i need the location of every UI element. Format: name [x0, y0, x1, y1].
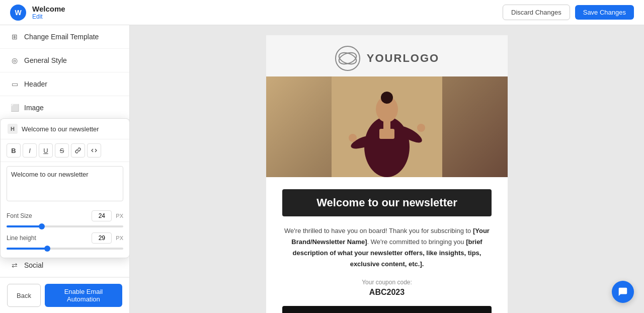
app-edit-link[interactable]: Edit — [32, 13, 65, 20]
social-icon: ⇄ — [10, 261, 19, 270]
line-height-fill — [7, 248, 47, 250]
code-button[interactable] — [87, 143, 101, 158]
app-logo: W — [10, 5, 26, 21]
svg-point-9 — [349, 134, 357, 142]
editor-panel-heading: Welcome to our newsletter — [22, 125, 99, 133]
sidebar-item-header[interactable]: ▭ Header — [0, 72, 129, 96]
image-icon: ⬜ — [10, 103, 19, 112]
font-size-unit: PX — [116, 213, 123, 219]
sidebar-label-header: Header — [24, 80, 47, 88]
underline-button[interactable]: U — [39, 143, 53, 158]
svg-rect-11 — [383, 121, 390, 129]
email-content: Welcome to our newsletter We're thrilled… — [266, 177, 508, 313]
email-body-text: We're thrilled to have you on board! Tha… — [282, 225, 492, 270]
enable-automation-button[interactable]: Enable Email Automation — [45, 284, 122, 307]
editor-text-input[interactable]: Welcome to our newsletter — [7, 166, 123, 201]
coupon-code-value: ABC2023 — [282, 288, 492, 297]
editor-panel: H Welcome to our newsletter B I U S Welc… — [0, 118, 130, 258]
line-height-label: Line height — [7, 234, 88, 242]
logo-icon — [335, 45, 361, 71]
link-button[interactable] — [71, 143, 85, 158]
svg-point-10 — [417, 124, 425, 132]
font-size-row: Font Size PX — [1, 207, 129, 224]
sidebar-item-change-email-template[interactable]: ⊞ Change Email Template — [0, 25, 129, 49]
bold-button[interactable]: B — [7, 143, 21, 158]
font-size-track[interactable] — [7, 225, 123, 227]
editor-toolbar: B I U S — [1, 139, 129, 162]
sidebar-label-general-style: General Style — [24, 56, 67, 64]
sidebar: ⊞ Change Email Template ◎ General Style … — [0, 25, 130, 313]
sidebar-item-image[interactable]: ⬜ Image — [0, 96, 129, 120]
topbar-right: Discard Changes Save Changes — [503, 5, 634, 20]
heading-badge: H — [8, 124, 18, 134]
sidebar-item-general-style[interactable]: ◎ General Style — [0, 49, 129, 72]
font-size-fill — [7, 225, 42, 227]
app-title-group: Welcome Edit — [32, 5, 65, 20]
font-size-thumb[interactable] — [39, 223, 45, 229]
line-height-row: Line height PX — [1, 229, 129, 247]
template-icon: ⊞ — [10, 32, 19, 41]
font-size-input[interactable] — [92, 210, 112, 221]
line-height-thumb[interactable] — [44, 246, 50, 252]
chat-icon — [617, 286, 628, 297]
hero-figure — [332, 76, 442, 177]
svg-rect-12 — [379, 129, 394, 139]
app-title: Welcome — [32, 5, 65, 13]
style-icon: ◎ — [10, 56, 19, 65]
logo-text: YOURLOGO — [367, 52, 439, 65]
sidebar-label-change-email-template: Change Email Template — [24, 33, 99, 41]
editor-textarea-wrap: Welcome to our newsletter — [1, 162, 129, 207]
discard-changes-button[interactable]: Discard Changes — [503, 5, 570, 20]
header-icon: ▭ — [10, 80, 19, 89]
italic-button[interactable]: I — [23, 143, 37, 158]
font-size-label: Font Size — [7, 212, 88, 219]
chat-bubble[interactable] — [612, 281, 634, 303]
font-size-slider-wrap — [1, 225, 129, 229]
coupon-label: Your coupon code: — [282, 279, 492, 286]
email-headline: Welcome to our newsletter — [282, 189, 492, 216]
line-height-input[interactable] — [92, 232, 112, 244]
strikethrough-button[interactable]: S — [55, 143, 69, 158]
main-layout: ⊞ Change Email Template ◎ General Style … — [0, 25, 644, 313]
email-logo-bar: YOURLOGO — [266, 35, 508, 76]
topbar-left: W Welcome Edit — [10, 5, 65, 21]
line-height-slider-wrap — [1, 248, 129, 252]
email-preview: YOURLOGO — [266, 35, 508, 303]
logo-letter: W — [15, 9, 21, 17]
line-height-unit: PX — [116, 235, 123, 241]
line-height-track[interactable] — [7, 248, 123, 250]
cta-button[interactable]: Click Here To See — [282, 306, 492, 313]
svg-point-2 — [337, 50, 358, 66]
save-changes-button[interactable]: Save Changes — [575, 5, 634, 20]
sidebar-label-social: Social — [24, 261, 43, 269]
topbar: W Welcome Edit Discard Changes Save Chan… — [0, 0, 644, 25]
sidebar-label-image: Image — [24, 104, 44, 112]
svg-point-6 — [381, 92, 393, 104]
back-button[interactable]: Back — [7, 284, 41, 307]
preview-area: YOURLOGO — [130, 25, 644, 313]
editor-panel-header: H Welcome to our newsletter — [1, 119, 129, 139]
sidebar-footer: Back Enable Email Automation — [0, 277, 129, 313]
email-hero-image — [266, 76, 508, 177]
